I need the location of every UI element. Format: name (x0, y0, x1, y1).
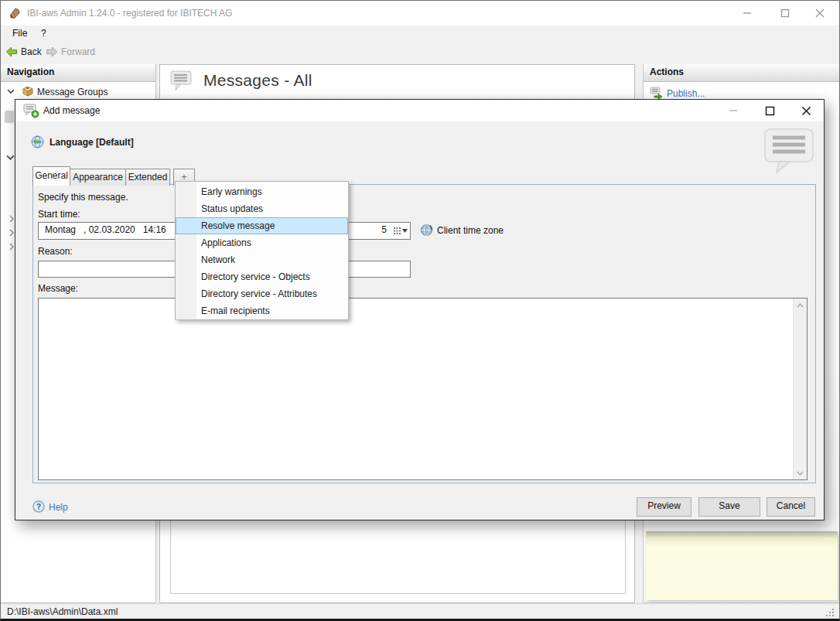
menu-item-resolve-message[interactable]: Resolve message (176, 217, 348, 234)
client-time-zone-icon (420, 223, 433, 237)
scroll-up-icon[interactable] (794, 299, 807, 312)
tree-item-icon-partial (5, 111, 14, 123)
chevron-down-icon[interactable] (7, 88, 15, 94)
scroll-down-icon[interactable] (794, 466, 807, 479)
status-bar: D:\IBI-aws\Admin\Data.xml (1, 603, 839, 619)
menu-item-status-updates[interactable]: Status updates (176, 200, 348, 217)
menu-item-directory-service-attributes[interactable]: Directory service - Attributes (176, 285, 348, 302)
description-panel (646, 531, 838, 600)
window-minimize-icon[interactable] (736, 5, 759, 21)
svg-text:?: ? (36, 503, 41, 511)
publish-link[interactable]: Publish... (667, 88, 705, 99)
instruction-label: Specify this message. (38, 192, 128, 203)
dialog-close-icon[interactable] (796, 103, 816, 118)
sidebar-item-message-groups[interactable]: Message Groups (37, 87, 108, 97)
chevron-right-icon[interactable] (9, 243, 15, 251)
forward-icon (46, 46, 58, 58)
menu-item-applications[interactable]: Applications (176, 234, 348, 251)
menu-item-network[interactable]: Network (176, 251, 348, 268)
message-label: Message: (38, 283, 78, 294)
tab-general[interactable]: General (32, 166, 70, 186)
client-time-zone-label[interactable]: Client time zone (437, 225, 504, 236)
preview-button[interactable]: Preview (637, 497, 691, 517)
message-scrollbar[interactable] (793, 299, 807, 479)
menu-item-early-warnings[interactable]: Early warnings (176, 183, 348, 200)
start-time-value: Montag , 02.03.2020 14:16 (45, 223, 166, 237)
back-icon (5, 46, 18, 58)
message-groups-icon (22, 85, 34, 97)
status-file-path: D:\IBI-aws\Admin\Data.xml (7, 604, 118, 619)
dialog-titlebar: Add message (15, 100, 824, 121)
toolbar: Back Forward (1, 42, 839, 63)
help-link[interactable]: Help (49, 502, 68, 513)
window-maximize-icon[interactable] (773, 5, 797, 21)
app-icon (9, 6, 22, 20)
language-globe-icon (31, 135, 44, 148)
chevron-right-icon[interactable] (9, 215, 15, 223)
dialog-minimize-icon[interactable] (723, 103, 743, 118)
application-window: IBI-aws Admin 1.24.0 - registered for IB… (0, 0, 840, 621)
chevron-right-icon[interactable] (9, 229, 15, 237)
window-titlebar: IBI-aws Admin 1.24.0 - registered for IB… (1, 1, 839, 26)
menu-item-email-recipients[interactable]: E-mail recipients (176, 302, 348, 319)
menu-help[interactable]: ? (36, 26, 52, 42)
category-dropdown-menu: Early warnings Status updates Resolve me… (175, 181, 349, 320)
cancel-button[interactable]: Cancel (767, 497, 815, 517)
dialog-maximize-icon[interactable] (760, 103, 780, 118)
window-close-icon[interactable] (808, 5, 831, 21)
message-textarea[interactable] (38, 298, 808, 480)
language-label[interactable]: Language [Default] (50, 137, 134, 148)
resize-grip[interactable] (825, 607, 835, 618)
window-title: IBI-aws Admin 1.24.0 - registered for IB… (27, 1, 232, 26)
reason-label: Reason: (38, 246, 73, 257)
forward-button[interactable]: Forward (46, 44, 95, 60)
message-watermark-icon (762, 128, 818, 174)
publish-icon (650, 87, 663, 99)
chevron-down-icon[interactable] (6, 154, 15, 161)
save-button[interactable]: Save (698, 497, 760, 517)
actions-header: Actions (644, 64, 840, 82)
menu-item-directory-service-objects[interactable]: Directory service - Objects (176, 268, 348, 285)
end-time-fragment: 5 (381, 223, 387, 237)
menu-bar: File ? (1, 26, 839, 42)
navigation-header: Navigation (1, 64, 155, 82)
page-title: Messages - All (203, 71, 312, 90)
back-label: Back (21, 44, 42, 60)
messages-header-icon (170, 70, 193, 91)
tab-appearance[interactable]: Appearance (69, 169, 127, 186)
dialog-title: Add message (43, 100, 100, 121)
start-time-label: Start time: (38, 209, 80, 220)
menu-file[interactable]: File (7, 26, 32, 42)
forward-label: Forward (61, 44, 95, 60)
add-message-dialog: Add message Language [Default] General A… (15, 99, 825, 520)
help-icon: ? (32, 500, 45, 513)
calendar-dropdown-button[interactable] (393, 224, 408, 237)
back-button[interactable]: Back (5, 44, 42, 60)
tab-extended[interactable]: Extended (125, 169, 170, 186)
add-message-icon (23, 104, 39, 118)
